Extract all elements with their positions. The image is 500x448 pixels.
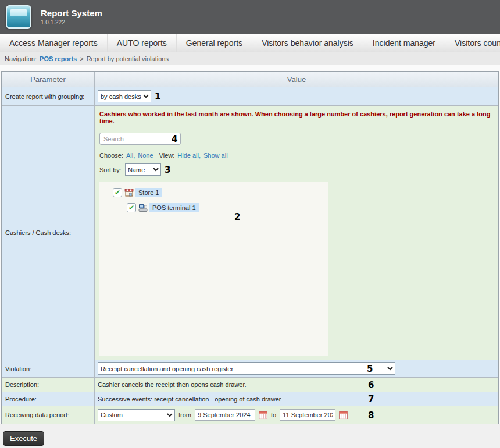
annotation-1: 1 (155, 91, 160, 102)
choose-all-link[interactable]: All (126, 152, 133, 159)
choose-label: Choose: (99, 152, 123, 159)
app-title: Report System (41, 8, 102, 18)
row-procedure: Procedure: Successive events: receipt ca… (2, 392, 498, 406)
nav-item-visitors-counting[interactable]: Visitors counting (445, 34, 500, 52)
period-from-label: from (178, 411, 191, 418)
date-to-input[interactable] (280, 409, 335, 421)
execute-button[interactable]: Execute (3, 431, 44, 446)
cashiers-label: Cashiers / Cash desks: (2, 106, 95, 360)
app-titles: Report System 1.0.1.222 (41, 8, 102, 26)
view-hide-all-link[interactable]: Hide all (177, 152, 199, 159)
tree-node-pos-terminal: POS terminal 1 (99, 200, 328, 215)
nav-item-auto-reports[interactable]: AUTO reports (107, 34, 176, 52)
calendar-icon[interactable] (259, 411, 267, 419)
annotation-8: 8 (368, 410, 374, 421)
nav-item-incident-manager[interactable]: Incident manager (363, 34, 445, 52)
nav-item-visitors-behavior-analysis[interactable]: Visitors behavior analysis (252, 34, 363, 52)
violation-select[interactable]: Receipt cancellation and opening cash re… (98, 362, 395, 375)
app-icon (6, 5, 31, 29)
app-header: Report System 1.0.1.222 (0, 0, 500, 34)
tree-connector-line (119, 200, 119, 208)
view-show-all-link[interactable]: Show all (203, 152, 228, 159)
comma-separator: , (199, 152, 201, 159)
period-label: Receiving data period: (2, 406, 95, 424)
row-period: Receiving data period: Custom from to (2, 406, 498, 424)
breadcrumb-current-page: Report by potential violations (87, 55, 169, 62)
breadcrumb-separator: > (80, 55, 83, 62)
tree-node-store: Store 1 (99, 185, 328, 200)
cashiers-links-row: Choose: All , None View: Hide all , Show… (99, 152, 494, 159)
sort-select[interactable]: Name (125, 163, 161, 176)
search-input[interactable] (99, 133, 181, 145)
breadcrumb-prefix: Navigation: (5, 55, 37, 62)
app-version: 1.0.1.222 (41, 19, 102, 26)
calendar-icon[interactable] (339, 411, 348, 419)
tree-label-pos-terminal-1[interactable]: POS terminal 1 (149, 203, 199, 212)
cashiers-tree: Store 1 POS terminal 1 (99, 182, 328, 356)
breadcrumb: Navigation: POS reports > Report by pote… (0, 52, 500, 65)
tree-connector-line (105, 193, 112, 193)
annotation-2: 2 (234, 212, 240, 222)
period-to-label: to (271, 411, 276, 418)
row-cashiers: Cashiers / Cash desks: Cashiers who work… (2, 105, 498, 360)
row-violation: Violation: Receipt cancellation and open… (2, 360, 498, 377)
table-header-row: Parameter Value (2, 72, 498, 87)
nav-item-general-reports[interactable]: General reports (176, 34, 252, 52)
nav-item-access-manager-reports[interactable]: Access Manager reports (0, 34, 107, 52)
grouping-select[interactable]: by cash desks (98, 90, 151, 102)
store-icon (124, 188, 134, 197)
grouping-label: Create report with grouping: (2, 87, 95, 105)
parameters-table: Parameter Value Create report with group… (1, 71, 499, 424)
choose-none-link[interactable]: None (138, 152, 153, 159)
annotation-3: 3 (165, 165, 170, 175)
view-label: View: (159, 152, 175, 159)
violation-label: Violation: (2, 360, 95, 377)
tree-connector-line (119, 208, 126, 208)
cashiers-warning-text: Cashiers who worked in the last month ar… (99, 111, 494, 125)
date-from-input[interactable] (195, 409, 255, 421)
description-label: Description: (2, 378, 95, 392)
cashiers-search-wrap: 4 (99, 133, 494, 145)
annotation-4: 4 (172, 134, 177, 144)
procedure-label: Procedure: (2, 392, 95, 406)
cashiers-sort-row: Sort by: Name 3 (99, 163, 494, 176)
annotation-7: 7 (368, 394, 374, 404)
main-nav: Access Manager reports AUTO reports Gene… (0, 34, 500, 52)
pos-terminal-icon (138, 203, 148, 212)
tree-connector-line (105, 182, 105, 193)
comma-separator: , (133, 152, 135, 159)
column-header-value: Value (95, 72, 498, 87)
description-value: Cashier cancels the receipt then opens c… (98, 381, 247, 388)
annotation-6: 6 (368, 380, 374, 390)
column-header-parameter: Parameter (2, 72, 95, 87)
row-grouping: Create report with grouping: by cash des… (2, 87, 498, 105)
store-checkbox[interactable] (113, 188, 122, 197)
tree-label-store-1[interactable]: Store 1 (135, 188, 162, 197)
period-mode-select[interactable]: Custom (98, 409, 175, 421)
page-footer: Execute (0, 424, 500, 448)
sort-by-label: Sort by: (99, 166, 122, 173)
row-description: Description: Cashier cancels the receipt… (2, 377, 498, 392)
breadcrumb-link-pos-reports[interactable]: POS reports (40, 55, 77, 62)
pos-terminal-checkbox[interactable] (127, 203, 136, 212)
procedure-value: Successive events: receipt cancellation … (98, 396, 281, 403)
